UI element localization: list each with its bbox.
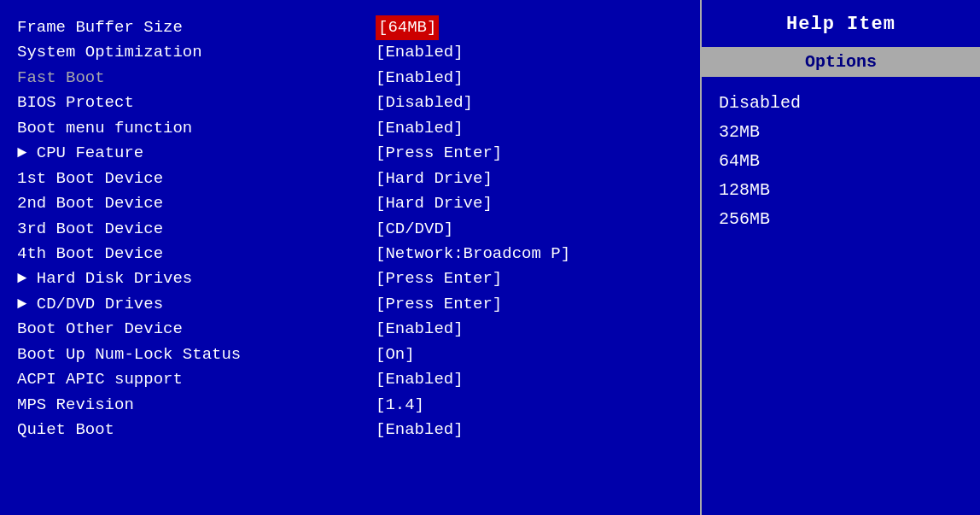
table-row[interactable]: ► Hard Disk Drives[Press Enter] bbox=[17, 266, 683, 291]
table-row[interactable]: Fast Boot[Enabled] bbox=[17, 66, 683, 91]
row-label: 2nd Boot Device bbox=[17, 191, 376, 216]
table-row[interactable]: 4th Boot Device[Network:Broadcom P] bbox=[17, 242, 683, 266]
row-label: System Optimization bbox=[17, 40, 376, 65]
table-row[interactable]: ► CD/DVD Drives[Press Enter] bbox=[17, 292, 683, 317]
row-value[interactable]: [Press Enter] bbox=[376, 266, 502, 291]
table-row[interactable]: BIOS Protect[Disabled] bbox=[17, 91, 683, 115]
options-list: Disabled 32MB 64MB 128MB 256MB bbox=[702, 85, 980, 237]
row-value[interactable]: [Network:Broadcom P] bbox=[376, 242, 570, 266]
table-row[interactable]: Boot Up Num-Lock Status[On] bbox=[17, 342, 683, 367]
bios-screen: Frame Buffer Size[64MB]System Optimizati… bbox=[0, 0, 980, 515]
row-value[interactable]: [CD/DVD] bbox=[376, 217, 453, 242]
row-label: 4th Boot Device bbox=[17, 242, 376, 266]
row-label: Boot menu function bbox=[17, 116, 376, 141]
row-label: Frame Buffer Size bbox=[17, 15, 376, 40]
table-row[interactable]: 1st Boot Device[Hard Drive] bbox=[17, 167, 683, 191]
row-value[interactable]: [Disabled] bbox=[376, 91, 473, 115]
row-label: Fast Boot bbox=[17, 66, 376, 91]
row-label: ► Hard Disk Drives bbox=[17, 266, 376, 291]
row-label: ► CD/DVD Drives bbox=[17, 292, 376, 317]
option-disabled[interactable]: Disabled bbox=[719, 91, 963, 116]
row-value[interactable]: [Enabled] bbox=[376, 116, 464, 141]
row-label: Boot Other Device bbox=[17, 317, 376, 342]
table-row[interactable]: System Optimization[Enabled] bbox=[17, 40, 683, 65]
row-value[interactable]: [Enabled] bbox=[376, 418, 464, 442]
row-label: BIOS Protect bbox=[17, 91, 376, 115]
option-64mb[interactable]: 64MB bbox=[719, 149, 963, 174]
row-value[interactable]: [Hard Drive] bbox=[376, 191, 493, 216]
table-row[interactable]: MPS Revision[1.4] bbox=[17, 393, 683, 418]
help-item-header: Help Item bbox=[702, 0, 980, 44]
row-value[interactable]: [Enabled] bbox=[376, 317, 464, 342]
table-row[interactable]: Boot Other Device[Enabled] bbox=[17, 317, 683, 342]
row-label: 1st Boot Device bbox=[17, 167, 376, 191]
option-32mb[interactable]: 32MB bbox=[719, 120, 963, 145]
row-label: Boot Up Num-Lock Status bbox=[17, 342, 376, 367]
table-row[interactable]: 2nd Boot Device[Hard Drive] bbox=[17, 191, 683, 216]
row-label: ► CPU Feature bbox=[17, 141, 376, 166]
arrow-icon: ► bbox=[17, 269, 37, 288]
row-label: MPS Revision bbox=[17, 393, 376, 418]
row-label: Quiet Boot bbox=[17, 418, 376, 442]
row-value[interactable]: [Hard Drive] bbox=[376, 167, 493, 191]
table-row[interactable]: ACPI APIC support[Enabled] bbox=[17, 367, 683, 392]
right-panel: Help Item Options Disabled 32MB 64MB 128… bbox=[700, 0, 980, 515]
row-value[interactable]: [Press Enter] bbox=[376, 292, 502, 317]
table-row[interactable]: ► CPU Feature[Press Enter] bbox=[17, 141, 683, 166]
main-panel: Frame Buffer Size[64MB]System Optimizati… bbox=[0, 0, 700, 515]
table-row[interactable]: Boot menu function[Enabled] bbox=[17, 116, 683, 141]
row-value[interactable]: [Enabled] bbox=[376, 66, 464, 91]
row-value[interactable]: [Enabled] bbox=[376, 367, 464, 392]
row-value[interactable]: [1.4] bbox=[376, 393, 424, 418]
option-256mb[interactable]: 256MB bbox=[719, 207, 963, 232]
arrow-icon: ► bbox=[17, 143, 37, 162]
row-label: 3rd Boot Device bbox=[17, 217, 376, 242]
arrow-icon: ► bbox=[17, 295, 37, 313]
options-header: Options bbox=[702, 47, 980, 77]
option-128mb[interactable]: 128MB bbox=[719, 178, 963, 203]
row-value[interactable]: [On] bbox=[376, 342, 415, 367]
row-value[interactable]: [Enabled] bbox=[376, 40, 464, 65]
row-value[interactable]: [64MB] bbox=[376, 15, 439, 40]
table-row[interactable]: 3rd Boot Device[CD/DVD] bbox=[17, 217, 683, 242]
table-row[interactable]: Quiet Boot[Enabled] bbox=[17, 418, 683, 442]
row-label: ACPI APIC support bbox=[17, 367, 376, 392]
row-value[interactable]: [Press Enter] bbox=[376, 141, 502, 166]
table-row[interactable]: Frame Buffer Size[64MB] bbox=[17, 15, 683, 40]
